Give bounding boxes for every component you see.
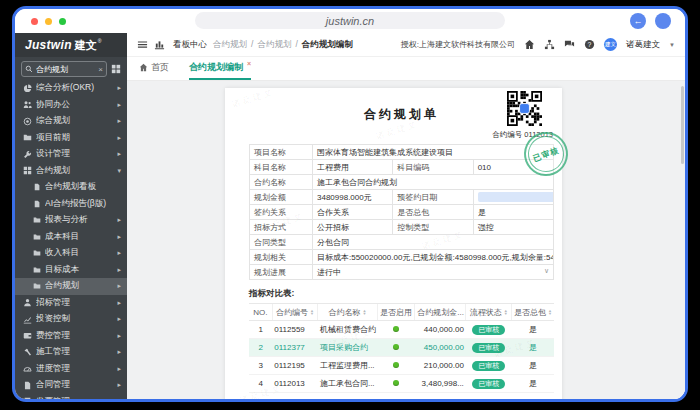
close-window-button[interactable] <box>31 18 38 25</box>
status-badge: 已审核 <box>472 361 505 371</box>
cell-contract-name: 项目采购合约 <box>318 339 377 357</box>
date-input[interactable] <box>478 192 554 202</box>
table-row-0[interactable]: 10112559机械租赁费合约440,000.00已审核是 <box>249 321 554 339</box>
url-bar[interactable]: justwin.cn <box>195 12 505 29</box>
column-header-4: 合约规划金... <box>415 304 466 321</box>
svg-text:?: ? <box>588 41 592 48</box>
back-arrow-icon: ← <box>634 17 643 26</box>
sidebar-item-9[interactable]: 施工管理▸ <box>15 344 127 361</box>
field-value: 分包合同 <box>313 235 554 250</box>
chevron-down-icon[interactable]: ▼ <box>669 42 675 48</box>
breadcrumb-separator: / <box>295 39 297 51</box>
help-icon[interactable]: ? <box>584 39 595 50</box>
breadcrumb-root[interactable]: 看板中心 <box>173 39 207 51</box>
cell-amount: 440,000.00 <box>415 321 466 339</box>
sidebar-item-0[interactable]: 综合分析(OKR)▸ <box>15 80 127 97</box>
tab-bar: 首页合约规划编制× <box>127 57 685 81</box>
table-row-3[interactable]: 40112013施工承包合同...3,480,998...已审核是 <box>249 375 554 393</box>
sidebar-item-3[interactable]: 项目前期▸ <box>15 130 127 147</box>
sort-icon[interactable]: ▲▼ <box>504 309 508 315</box>
field-label: 规划金额 <box>250 190 313 205</box>
sidebar-item-5[interactable]: 合约规划▾ <box>15 163 127 180</box>
sort-icon[interactable]: ▲▼ <box>310 309 314 315</box>
field-label: 规划进展 <box>250 265 313 280</box>
sidebar-item-7[interactable]: 投资控制▸ <box>15 311 127 328</box>
sidebar-item-2[interactable]: 综合规划▸ <box>15 113 127 130</box>
table-row-count: 总共 4 行 <box>249 393 554 399</box>
column-header-0: NO. <box>249 304 272 321</box>
table-row-1[interactable]: 20112377项目采购合约450,000.00已审核是 <box>249 339 554 357</box>
cell-contract-code: 0112195 <box>272 357 318 375</box>
sidebar-item-4[interactable]: 设计管理▸ <box>15 146 127 163</box>
minimize-window-button[interactable] <box>45 18 52 25</box>
contract-number-label: 合约编号 <box>492 130 522 139</box>
sidebar-subitem-4[interactable]: 收入科目▸ <box>15 245 127 262</box>
hamburger-icon[interactable] <box>137 39 148 50</box>
maximize-window-button[interactable] <box>59 18 66 25</box>
sidebar-subitem-6[interactable]: 合约规划▸ <box>15 278 127 295</box>
sidebar-subitem-1[interactable]: AI合约报告(β版) <box>15 196 127 213</box>
sidebar-item-8[interactable]: 费控管理▸ <box>15 328 127 345</box>
sidebar-search-input[interactable]: 合约规划 × <box>21 61 107 77</box>
username[interactable]: 诸葛建文 <box>626 39 660 51</box>
enabled-dot-icon <box>393 362 399 368</box>
tab-1[interactable]: 合约规划编制× <box>189 61 251 80</box>
home-icon[interactable] <box>524 39 535 50</box>
tab-label: 合约规划编制 <box>189 61 243 74</box>
sidebar-subitem-0[interactable]: 合约规划看板 <box>15 179 127 196</box>
tab-0[interactable]: 首页 <box>139 61 169 80</box>
field-value: 是 <box>473 205 553 220</box>
breadcrumb-item-2[interactable]: 合约规划编制 <box>302 39 353 51</box>
vertical-scrollbar[interactable] <box>681 86 684 164</box>
sitemap-icon[interactable] <box>544 39 555 50</box>
field-value: 施工承包合同合约规划 <box>313 175 554 190</box>
field-value: 强控 <box>473 220 553 235</box>
tab-label: 首页 <box>151 61 169 74</box>
cell-amount: 450,000.00 <box>415 339 466 357</box>
sidebar-item-11[interactable]: 合同管理▸ <box>15 377 127 394</box>
sidebar-subitem-2[interactable]: 报表与分析▸ <box>15 212 127 229</box>
chevron-right-icon: ▸ <box>117 216 121 224</box>
home-icon <box>139 63 148 72</box>
sidebar-subitem-5[interactable]: 目标成本▸ <box>15 262 127 279</box>
breadcrumb-separator: / <box>251 39 253 51</box>
sidebar-subitem-3[interactable]: 成本科目▸ <box>15 229 127 246</box>
cell-status: 已审核 <box>466 357 512 375</box>
chevron-down-icon: ▾ <box>117 167 121 175</box>
sidebar-item-label: 进度管理 <box>36 363 113 375</box>
sort-icon[interactable]: ▲▼ <box>363 309 367 315</box>
sidebar-item-6[interactable]: 招标管理▸ <box>15 295 127 312</box>
messages-icon[interactable] <box>564 39 575 50</box>
field-value: 国家体育场智能建筑集成系统建设项目 <box>313 145 554 160</box>
chevron-right-icon: ▸ <box>117 117 121 125</box>
column-header-2: 合约名称▲▼ <box>318 304 377 321</box>
back-button[interactable]: ← <box>630 13 646 29</box>
sort-icon[interactable]: ▲▼ <box>548 309 552 315</box>
sidebar-item-label: 综合分析(OKR) <box>36 82 113 94</box>
breadcrumb-item-0[interactable]: 合约规划 <box>213 39 247 51</box>
breadcrumb-item-1[interactable]: 合约规划 <box>257 39 291 51</box>
table-row-2[interactable]: 30112195工程监理费用...210,000.00已审核是 <box>249 357 554 375</box>
folder-icon <box>33 282 41 290</box>
field-value[interactable]: 进行中∨ <box>313 265 554 280</box>
app-logo[interactable]: Justwin 建文 ® <box>15 33 127 57</box>
chevron-right-icon: ▸ <box>117 282 121 290</box>
logo-primary: Justwin <box>25 38 72 52</box>
browser-action-button[interactable] <box>655 13 671 29</box>
sidebar-item-label: 收入科目 <box>45 247 113 259</box>
sidebar-item-12[interactable]: 发票管理▸ <box>15 394 127 400</box>
sidebar-item-10[interactable]: 进度管理▸ <box>15 361 127 378</box>
cell-general-contractor: 是 <box>512 321 555 339</box>
dropdown-chevron-icon[interactable]: ∨ <box>544 267 549 275</box>
menu-grid-icon[interactable] <box>111 64 121 74</box>
sidebar-search-row: 合约规划 × <box>15 57 127 80</box>
sidebar-item-1[interactable]: 协同办公▸ <box>15 97 127 114</box>
clear-search-icon[interactable]: × <box>98 65 103 74</box>
status-badge: 已审核 <box>472 325 505 335</box>
avatar[interactable]: 建文 <box>604 38 617 51</box>
gauge-icon <box>23 364 32 373</box>
cell-contract-name: 施工承包合同... <box>318 375 377 393</box>
field-value[interactable] <box>473 190 553 205</box>
close-tab-icon[interactable]: × <box>247 60 251 67</box>
cell-status: 已审核 <box>466 375 512 393</box>
